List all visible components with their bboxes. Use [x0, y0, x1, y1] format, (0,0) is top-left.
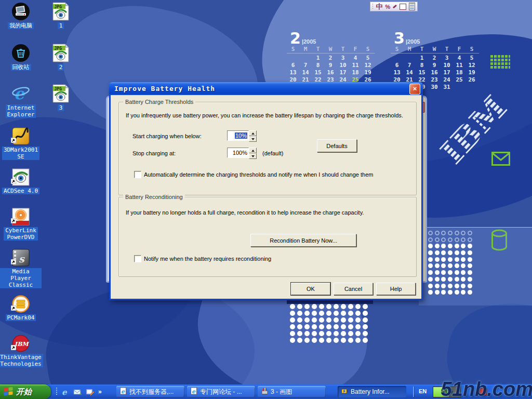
ime-tool-icon[interactable]: %	[385, 4, 390, 10]
desktop-icon-cyberlink-powerdvd[interactable]: CyberLink PowerDVD	[1, 207, 41, 241]
notify-reconditioning-checkbox[interactable]	[134, 255, 141, 262]
stop-threshold-up-button[interactable]	[249, 148, 257, 153]
stop-threshold-down-button[interactable]	[249, 153, 257, 159]
dot-pattern	[290, 304, 370, 344]
wallpaper-line	[419, 227, 532, 228]
dot	[435, 257, 440, 262]
menu-icon[interactable]	[409, 3, 415, 10]
dot	[363, 311, 368, 316]
task-label: 专门网论坛 - ...	[200, 388, 242, 396]
dot	[304, 317, 310, 323]
quick-launch-grip[interactable]	[56, 388, 57, 396]
calendar-day: 14	[403, 69, 416, 76]
quick-launch-ie-icon[interactable]: e	[61, 388, 70, 396]
taskbar-task-1[interactable]: e找不到服务器,...	[116, 386, 184, 397]
cancel-button[interactable]: Cancel	[334, 283, 373, 295]
shortcut-arrow-icon	[11, 177, 16, 186]
desktop-icon-thinkvantage-technologies[interactable]: IBMThinkVantage Technologies	[0, 334, 42, 367]
tray-separator	[413, 387, 414, 397]
dot	[455, 263, 459, 268]
shortcut-arrow-icon	[11, 257, 16, 267]
jpg-1-icon: JPG	[52, 2, 69, 21]
dot	[355, 317, 361, 323]
desktop-icon-my-computer[interactable]: 我的电脑	[2, 2, 39, 29]
start-threshold-input[interactable]: 10%	[227, 130, 249, 141]
dot	[355, 311, 361, 316]
calendar-month-number: 2	[290, 31, 301, 46]
dot	[461, 231, 466, 235]
calendar-day: 4	[453, 55, 466, 62]
desktop-icon-recycle-bin[interactable]: 回收站	[2, 44, 39, 71]
envelope-deco-icon	[491, 152, 510, 168]
dot	[363, 324, 368, 329]
start-button[interactable]: 开始	[0, 384, 51, 399]
calendar-day: 2	[428, 55, 441, 62]
stop-threshold-input[interactable]: 100%	[227, 148, 249, 158]
desktop-icon-acdsee-40[interactable]: ACDSee 4.0	[1, 167, 41, 194]
dot	[326, 324, 331, 329]
calendar-weekday: T	[337, 46, 349, 53]
dot	[319, 304, 324, 309]
internet-explorer-icon: e	[11, 84, 30, 103]
shortcut-arrow-icon	[11, 303, 16, 313]
pen-icon[interactable]	[393, 5, 397, 9]
dot	[435, 244, 440, 248]
desktop-icon-jpg-3[interactable]: JPG3	[47, 84, 75, 111]
calendar-month-header: 3|2005	[391, 29, 479, 46]
auto-determine-checkbox[interactable]	[134, 171, 141, 178]
calendar-day: 17	[337, 69, 349, 76]
cylinder-deco-icon	[490, 229, 508, 254]
desktop-icon-internet-explorer[interactable]: eInternet Explorer	[2, 84, 39, 118]
dialog-titlebar[interactable]: Improve Battery Health	[109, 82, 423, 95]
start-threshold-up-button[interactable]	[249, 130, 257, 136]
quick-launch-chevron-icon[interactable]: »	[98, 388, 102, 395]
dot	[448, 277, 453, 282]
dot	[461, 290, 466, 295]
language-bar-grip[interactable]	[373, 4, 373, 10]
calendar-day	[287, 55, 299, 62]
dot	[341, 317, 346, 323]
calendar-day: 25	[453, 76, 466, 84]
desktop-icon-jpg-1[interactable]: JPG1	[47, 2, 75, 29]
dot	[348, 311, 353, 316]
chinese-ime-icon[interactable]: 中	[376, 3, 382, 10]
calendar-day: 15	[416, 69, 428, 76]
dot	[441, 277, 446, 282]
desktop-icon-pcmark04[interactable]: PCMark04	[1, 294, 41, 321]
dot	[441, 237, 446, 242]
desktop-icon-media-player-classic[interactable]: sMedia Player Classic	[0, 248, 42, 288]
dot	[304, 331, 310, 336]
quick-launch-mail-icon[interactable]	[73, 388, 82, 396]
close-icon[interactable]: ×	[409, 84, 420, 95]
svg-text:JPG: JPG	[55, 5, 62, 9]
icon-label: 3	[58, 104, 64, 111]
calendar-day: 1	[312, 55, 324, 62]
dot	[468, 270, 472, 275]
desktop-icon-jpg-2[interactable]: JPG2	[47, 44, 75, 71]
dot	[297, 338, 302, 343]
dot	[448, 270, 453, 275]
help-button[interactable]: Help	[376, 283, 416, 295]
dot	[326, 311, 331, 316]
taskbar-task-2[interactable]: e专门网论坛 - ...	[187, 386, 255, 397]
language-indicator[interactable]: EN	[419, 388, 427, 394]
ok-button[interactable]: OK	[291, 283, 330, 295]
start-threshold-down-button[interactable]	[249, 136, 257, 142]
taskbar-task-4[interactable]: Battery Infor...	[338, 386, 406, 397]
battery-icon	[341, 387, 349, 396]
reconditioning-description: If your battery no longer holds a full c…	[126, 209, 417, 216]
calendar-day: 30	[428, 84, 441, 91]
desktop-icon-3dmark2001-se[interactable]: 3DMark2001 SE	[1, 126, 41, 160]
calendar-day: 2	[324, 55, 337, 62]
calendar-weekday: S	[391, 46, 403, 53]
defaults-button[interactable]: Defaults	[317, 139, 357, 152]
taskbar-task-3[interactable]: 3 - 画图	[258, 386, 326, 397]
recondition-battery-now-button[interactable]: Recondition Battery Now...	[250, 234, 356, 247]
keyboard-icon[interactable]	[400, 4, 406, 10]
calendar-year: |2005	[302, 38, 316, 46]
quick-launch-show-desktop-icon[interactable]	[86, 388, 95, 396]
dot	[326, 338, 331, 343]
calendar-day: 12	[466, 62, 478, 69]
dot	[468, 277, 472, 282]
language-bar[interactable]: 中 %	[370, 2, 418, 11]
